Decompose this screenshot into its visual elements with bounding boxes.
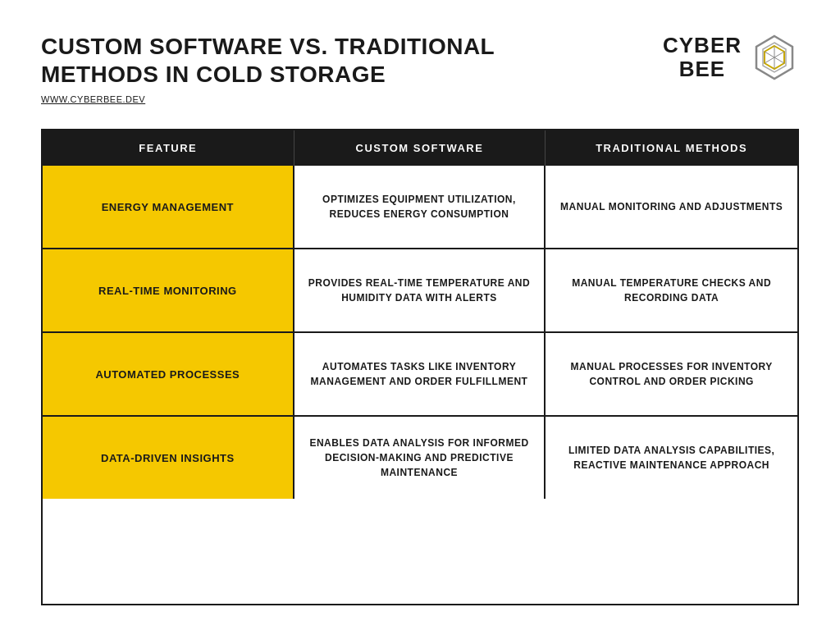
table-header: FEATURE CUSTOM SOFTWARE TRADITIONAL METH…: [43, 130, 797, 166]
feature-cell-energy: ENERGY MANAGEMENT: [43, 166, 294, 248]
table-row: DATA-DRIVEN INSIGHTS ENABLES DATA ANALYS…: [43, 417, 797, 499]
table-body: ENERGY MANAGEMENT OPTIMIZES EQUIPMENT UT…: [43, 166, 797, 499]
traditional-cell-insights: LIMITED DATA ANALYSIS CAPABILITIES, REAC…: [546, 417, 797, 499]
feature-label-monitoring: REAL-TIME MONITORING: [98, 285, 237, 297]
feature-cell-monitoring: REAL-TIME MONITORING: [43, 249, 294, 331]
header-traditional-methods: TRADITIONAL METHODS: [546, 130, 797, 166]
custom-cell-insights: ENABLES DATA ANALYSIS FOR INFORMED DECIS…: [294, 417, 546, 499]
table-row: REAL-TIME MONITORING PROVIDES REAL-TIME …: [43, 249, 797, 333]
custom-cell-automated: AUTOMATES TASKS LIKE INVENTORY MANAGEMEN…: [294, 333, 546, 415]
header-custom-software: CUSTOM SOFTWARE: [294, 130, 546, 166]
custom-cell-energy: OPTIMIZES EQUIPMENT UTILIZATION, REDUCES…: [294, 166, 546, 248]
feature-label-automated: AUTOMATED PROCESSES: [95, 368, 240, 381]
custom-text-insights: ENABLES DATA ANALYSIS FOR INFORMED DECIS…: [307, 436, 532, 480]
feature-label-insights: DATA-DRIVEN INSIGHTS: [101, 452, 235, 464]
header-section: CUSTOM SOFTWARE VS. TRADITIONAL METHODS …: [41, 33, 799, 104]
comparison-table: FEATURE CUSTOM SOFTWARE TRADITIONAL METH…: [41, 129, 799, 605]
traditional-text-insights: LIMITED DATA ANALYSIS CAPABILITIES, REAC…: [558, 443, 785, 472]
table-row: ENERGY MANAGEMENT OPTIMIZES EQUIPMENT UT…: [43, 166, 797, 249]
custom-cell-monitoring: PROVIDES REAL-TIME TEMPERATURE AND HUMID…: [294, 249, 546, 331]
custom-text-energy: OPTIMIZES EQUIPMENT UTILIZATION, REDUCES…: [307, 192, 532, 221]
logo-text: CYBER BEE: [663, 34, 742, 80]
traditional-cell-energy: MANUAL MONITORING AND ADJUSTMENTS: [546, 166, 797, 248]
page-container: CUSTOM SOFTWARE VS. TRADITIONAL METHODS …: [0, 0, 840, 630]
traditional-cell-monitoring: MANUAL TEMPERATURE CHECKS AND RECORDING …: [546, 249, 797, 331]
title-block: CUSTOM SOFTWARE VS. TRADITIONAL METHODS …: [41, 33, 638, 104]
table-row: AUTOMATED PROCESSES AUTOMATES TASKS LIKE…: [43, 333, 797, 417]
traditional-text-energy: MANUAL MONITORING AND ADJUSTMENTS: [560, 199, 783, 214]
traditional-text-monitoring: MANUAL TEMPERATURE CHECKS AND RECORDING …: [558, 276, 785, 305]
feature-cell-automated: AUTOMATED PROCESSES: [43, 333, 294, 415]
logo-block: CYBER BEE: [663, 33, 799, 82]
page-title: CUSTOM SOFTWARE VS. TRADITIONAL METHODS …: [41, 33, 638, 88]
header-feature: FEATURE: [43, 130, 294, 166]
website-link[interactable]: WWW.CYBERBEE.DEV: [41, 94, 638, 104]
custom-text-monitoring: PROVIDES REAL-TIME TEMPERATURE AND HUMID…: [307, 276, 532, 305]
custom-text-automated: AUTOMATES TASKS LIKE INVENTORY MANAGEMEN…: [307, 359, 532, 389]
traditional-cell-automated: MANUAL PROCESSES FOR INVENTORY CONTROL A…: [546, 333, 797, 415]
cyberbee-logo-icon: [750, 33, 799, 82]
feature-cell-insights: DATA-DRIVEN INSIGHTS: [43, 417, 294, 499]
traditional-text-automated: MANUAL PROCESSES FOR INVENTORY CONTROL A…: [558, 359, 785, 389]
feature-label-energy: ENERGY MANAGEMENT: [102, 201, 234, 213]
